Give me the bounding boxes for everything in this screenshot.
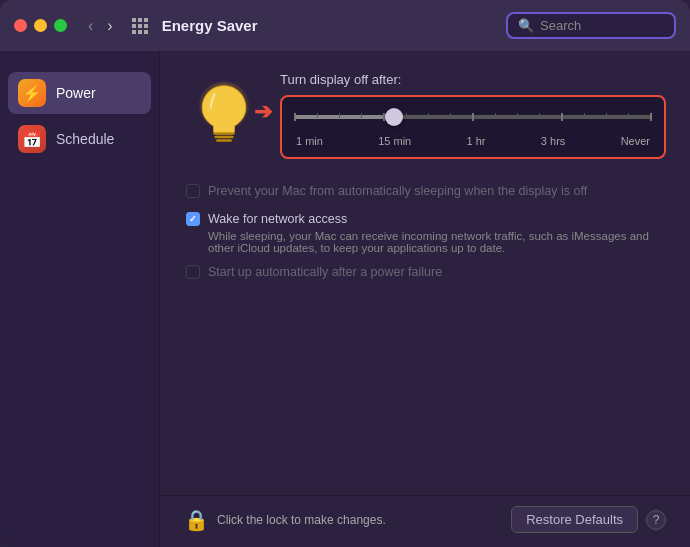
marker-1min: 1 min	[296, 135, 323, 147]
bottom-bar: 🔒 Click the lock to make changes. Restor…	[160, 495, 690, 547]
svg-rect-3	[216, 139, 232, 142]
bottom-right: Restore Defaults ?	[511, 506, 666, 533]
search-icon: 🔍	[518, 18, 534, 33]
checkbox-start-auto[interactable]	[186, 265, 200, 279]
slider-label: Turn display off after:	[280, 72, 666, 87]
page-title: Energy Saver	[162, 17, 496, 34]
slider-track[interactable]	[294, 107, 652, 127]
lock-section: 🔒 Click the lock to make changes.	[184, 508, 386, 532]
slider-labels: 1 min 15 min 1 hr 3 hrs Never	[294, 135, 652, 147]
sidebar-label-schedule: Schedule	[56, 131, 114, 147]
marker-3hrs: 3 hrs	[541, 135, 565, 147]
sidebar-label-power: Power	[56, 85, 96, 101]
marker-never: Never	[621, 135, 650, 147]
minimize-button[interactable]	[34, 19, 47, 32]
option-subtext-wake-network: While sleeping, your Mac can receive inc…	[208, 230, 664, 254]
traffic-lights	[14, 19, 67, 32]
svg-rect-2	[214, 136, 233, 139]
close-button[interactable]	[14, 19, 27, 32]
marker-1hr: 1 hr	[467, 135, 486, 147]
schedule-icon: 📅	[18, 125, 46, 153]
lock-text: Click the lock to make changes.	[217, 513, 386, 527]
fullscreen-button[interactable]	[54, 19, 67, 32]
option-row-start-auto: Start up automatically after a power fai…	[184, 264, 666, 282]
sidebar-item-schedule[interactable]: 📅 Schedule	[8, 118, 151, 160]
checkbox-prevent-sleep[interactable]	[186, 184, 200, 198]
slider-section: Turn display off after:	[280, 72, 666, 165]
svg-rect-1	[214, 132, 235, 135]
top-section: ➔ Turn display off after:	[184, 72, 666, 165]
option-label-prevent-sleep: Prevent your Mac from automatically slee…	[208, 183, 587, 201]
checkbox-wake-network[interactable]	[186, 212, 200, 226]
forward-button[interactable]: ›	[102, 15, 117, 37]
arrow-container: ➔	[254, 99, 272, 125]
lock-icon[interactable]: 🔒	[184, 508, 209, 532]
marker-15min: 15 min	[378, 135, 411, 147]
bulb-icon	[189, 77, 259, 147]
red-arrow-icon: ➔	[254, 99, 272, 125]
sidebar: ⚡ Power 📅 Schedule	[0, 52, 160, 547]
sidebar-item-power[interactable]: ⚡ Power	[8, 72, 151, 114]
bulb-container: ➔	[184, 72, 264, 152]
option-label-start-auto: Start up automatically after a power fai…	[208, 264, 442, 282]
main-layout: ⚡ Power 📅 Schedule	[0, 52, 690, 547]
content-area: ➔ Turn display off after:	[160, 52, 690, 547]
grid-icon[interactable]	[132, 18, 148, 34]
option-label-wake-network: Wake for network access	[208, 211, 664, 229]
slider-thumb[interactable]	[385, 108, 403, 126]
slider-wrapper: 1 min 15 min 1 hr 3 hrs Never	[280, 95, 666, 159]
option-row-wake-network: Wake for network access While sleeping, …	[184, 211, 666, 255]
power-icon: ⚡	[18, 79, 46, 107]
search-input[interactable]	[540, 18, 660, 33]
search-box[interactable]: 🔍	[506, 12, 676, 39]
nav-arrows: ‹ ›	[83, 15, 118, 37]
back-button[interactable]: ‹	[83, 15, 98, 37]
help-button[interactable]: ?	[646, 510, 666, 530]
restore-defaults-button[interactable]: Restore Defaults	[511, 506, 638, 533]
titlebar: ‹ › Energy Saver 🔍	[0, 0, 690, 52]
option-row-prevent-sleep: Prevent your Mac from automatically slee…	[184, 183, 666, 201]
